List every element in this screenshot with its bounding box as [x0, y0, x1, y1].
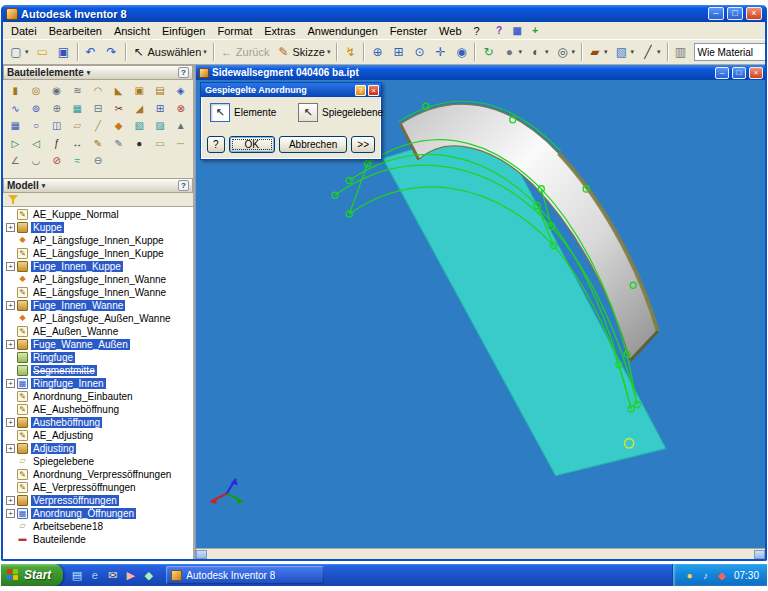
- loesen-icon[interactable]: ⊘: [46, 153, 67, 168]
- tree-item-spiegelebene[interactable]: ▱Spiegelebene: [3, 455, 193, 468]
- dialog-titlebar[interactable]: Gespiegelte Anordnung ? ×: [201, 83, 381, 97]
- material-combo[interactable]: Wie Material▾: [694, 43, 766, 61]
- achse-icon[interactable]: ─: [170, 136, 191, 151]
- spiegeln-icon[interactable]: ◫: [46, 118, 67, 133]
- sketch-tool[interactable]: ✎Skizze▾: [273, 42, 333, 62]
- ableiten-icon[interactable]: ⊟: [88, 101, 109, 116]
- dialog-close-icon[interactable]: ×: [368, 85, 379, 96]
- tree-item-verpressöffnungen[interactable]: +Verpressöffnungen: [3, 494, 193, 507]
- trennen-icon[interactable]: ✂: [108, 101, 129, 116]
- runde-anordnung-icon[interactable]: ○: [26, 118, 47, 133]
- knick-icon[interactable]: ∠: [5, 153, 26, 168]
- chevron-down-icon[interactable]: ▾: [545, 48, 549, 56]
- messen-icon[interactable]: ↔: [67, 136, 88, 151]
- praegen-icon[interactable]: ⊕: [46, 101, 67, 116]
- expander-icon[interactable]: +: [6, 379, 15, 388]
- camera-icon[interactable]: ◎▾: [552, 42, 578, 62]
- close-button[interactable]: ×: [746, 7, 762, 20]
- panel-help-icon[interactable]: ?: [178, 67, 189, 78]
- spirale-icon[interactable]: ⊚: [26, 101, 47, 116]
- chevron-down-icon[interactable]: ▾: [518, 48, 522, 56]
- volume-icon[interactable]: ♪: [699, 570, 712, 581]
- naehen-icon[interactable]: ≈: [67, 153, 88, 168]
- tree-item-ringfuge-innen[interactable]: +▦Ringfuge_Innen: [3, 377, 193, 390]
- punkt-icon[interactable]: ●: [129, 136, 150, 151]
- arbeitspunkt-icon[interactable]: ◆: [108, 118, 129, 133]
- tree-item-ae-adjusting[interactable]: ✎AE_Adjusting: [3, 429, 193, 442]
- expander-icon[interactable]: +: [6, 444, 15, 453]
- arbeitsachse-icon[interactable]: ╱: [88, 118, 109, 133]
- menu-item-fenster[interactable]: Fenster: [384, 24, 433, 38]
- select-cursor-icon[interactable]: ↖: [210, 103, 230, 122]
- more-options-button[interactable]: >>: [351, 136, 375, 153]
- update-tray-icon[interactable]: ●: [683, 570, 696, 581]
- app-titlebar[interactable]: Autodesk Inventor 8 – □ ×: [3, 5, 765, 22]
- tree-item-ae-kuppe-normal[interactable]: ✎AE_Kuppe_Normal: [3, 208, 193, 221]
- menu-item--[interactable]: ?: [468, 24, 486, 38]
- document-titlebar[interactable]: Sidewallsegment 040406 ba.ipt – □ ×: [196, 65, 765, 80]
- doc-restore-button[interactable]: □: [732, 67, 746, 79]
- tree-item-ae-längsfuge-innen-wanne[interactable]: ✎AE_Längsfuge_Innen_Wanne: [3, 286, 193, 299]
- menu-item-einfügen[interactable]: Einfügen: [156, 24, 211, 38]
- extrusion-icon[interactable]: ▮: [5, 83, 26, 98]
- expander-icon[interactable]: +: [6, 301, 15, 310]
- ebene-icon[interactable]: ▭: [150, 136, 171, 151]
- chevron-down-icon[interactable]: ▾: [327, 48, 331, 56]
- ifeature-einfuegen-icon[interactable]: ▷: [5, 136, 26, 151]
- tree-item-ap-längsfuge-außen-wanne[interactable]: ◆AP_Längsfuge_Außen_Wanne: [3, 312, 193, 325]
- stutzen-icon[interactable]: ⊖: [88, 153, 109, 168]
- pan-icon[interactable]: ✛: [430, 42, 450, 62]
- tree-item-bauteilende[interactable]: ▬Bauteilende: [3, 533, 193, 546]
- zoom-all-icon[interactable]: ⊕: [367, 42, 387, 62]
- chevron-down-icon[interactable]: ▾: [203, 48, 207, 56]
- zoom-window-icon[interactable]: ⊞: [388, 42, 408, 62]
- drehung-icon[interactable]: ◎: [26, 83, 47, 98]
- tree-item-fuge-wanne-außen[interactable]: +Fuge_Wanne_Außen: [3, 338, 193, 351]
- menu-item-format[interactable]: Format: [211, 24, 258, 38]
- open-folder-icon[interactable]: ▭: [33, 42, 53, 62]
- elements-picker[interactable]: ↖ Elemente: [210, 103, 276, 122]
- display-mode-icon[interactable]: ●▾: [499, 42, 525, 62]
- tree-item-ae-außen-wanne[interactable]: ✎AE_Außen_Wanne: [3, 325, 193, 338]
- aufkleber-icon[interactable]: ▦: [67, 101, 88, 116]
- expander-icon[interactable]: +: [6, 262, 15, 271]
- abrunden-icon[interactable]: ◠: [88, 83, 109, 98]
- ok-button[interactable]: OK: [229, 136, 275, 153]
- email-icon[interactable]: ✉: [105, 568, 120, 583]
- tree-item-fuge-innen-kuppe[interactable]: +Fuge_Innen_Kuppe: [3, 260, 193, 273]
- tree-item-ausheböffnung[interactable]: +Ausheböffnung: [3, 416, 193, 429]
- line-style-icon[interactable]: ╱▾: [638, 42, 664, 62]
- start-button[interactable]: Start: [1, 564, 63, 586]
- expander-icon[interactable]: +: [6, 496, 15, 505]
- help-topics-icon[interactable]: ?: [492, 24, 507, 38]
- panel-help-icon[interactable]: ?: [178, 180, 189, 191]
- verdicken-icon[interactable]: ⊞: [150, 101, 171, 116]
- zoom-icon[interactable]: ⊙: [409, 42, 429, 62]
- fase-icon[interactable]: ◣: [108, 83, 129, 98]
- tree-item-segmentmitte[interactable]: Segmentmitte: [3, 364, 193, 377]
- chevron-down-icon[interactable]: ▾: [42, 182, 46, 190]
- taskbar-task-button[interactable]: Autodesk Inventor 8: [166, 566, 324, 584]
- media-player-icon[interactable]: ▶: [123, 568, 138, 583]
- flaeche-loeschen-icon[interactable]: ⊗: [170, 101, 191, 116]
- maximize-button[interactable]: □: [727, 7, 743, 20]
- chevron-down-icon[interactable]: ▾: [604, 48, 608, 56]
- chevron-down-icon[interactable]: ▾: [657, 48, 661, 56]
- wandung-icon[interactable]: ▣: [129, 83, 150, 98]
- mirror-plane-picker[interactable]: ↖ Spiegelebene: [298, 103, 383, 122]
- rechteck-anordnung-icon[interactable]: ▦: [5, 118, 26, 133]
- chevron-down-icon[interactable]: ▾: [571, 48, 575, 56]
- sweeping-icon[interactable]: ∿: [5, 101, 26, 116]
- dialog-help-icon[interactable]: ?: [355, 85, 366, 96]
- tree-item-ae-längsfuge-innen-kuppe[interactable]: ✎AE_Längsfuge_Innen_Kuppe: [3, 247, 193, 260]
- tree-item-arbeitsebene18[interactable]: ▱Arbeitsebene18: [3, 520, 193, 533]
- tree-item-ap-längsfuge-innen-wanne[interactable]: ◆AP_Längsfuge_Innen_Wanne: [3, 273, 193, 286]
- look-at-icon[interactable]: ◉: [451, 42, 471, 62]
- back-button[interactable]: ←Zurück: [217, 42, 273, 62]
- biegung-icon[interactable]: ◡: [26, 153, 47, 168]
- select-tool[interactable]: ↖Auswählen▾: [129, 42, 210, 62]
- tree-item-fuge-innen-wanne[interactable]: +Fuge_Innen_Wanne: [3, 299, 193, 312]
- tree-item-adjusting[interactable]: +Adjusting: [3, 442, 193, 455]
- undo-icon[interactable]: ↶: [81, 42, 101, 62]
- chevron-down-icon[interactable]: ▾: [87, 69, 91, 77]
